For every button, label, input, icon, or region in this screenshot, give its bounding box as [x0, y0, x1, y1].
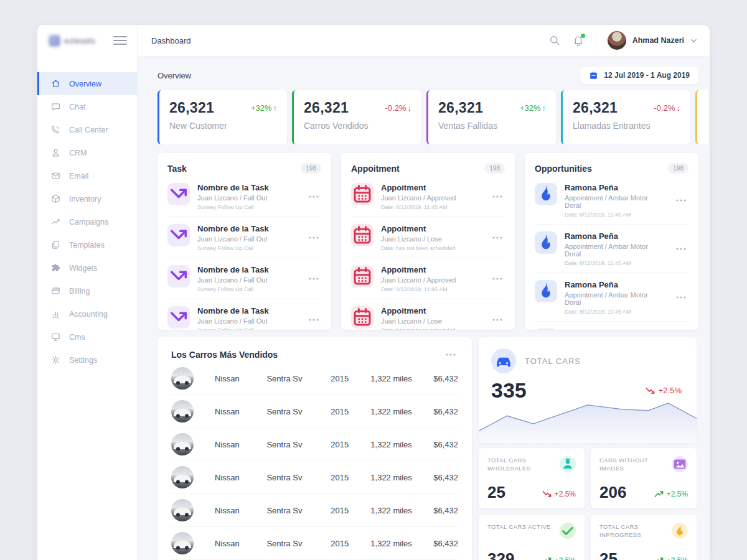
trend-icon — [50, 217, 61, 227]
sidebar-item-billing[interactable]: Billing — [37, 279, 137, 302]
more-options-button[interactable] — [306, 275, 321, 282]
menu-toggle-icon[interactable] — [113, 36, 127, 45]
mini-stat-card: TOTAL CARS INPROGRESS 25 +2.5% — [591, 515, 697, 560]
stat-trend: -0.2%↓ — [654, 103, 680, 113]
date-range-picker[interactable]: 12 Jul 2019 - 1 Aug 2019 — [580, 67, 698, 84]
mini-card-label: TOTAL CARS WHOLESALES — [487, 456, 558, 473]
more-options-button[interactable] — [490, 275, 505, 282]
sidebar-item-widgets[interactable]: Widgets — [37, 256, 137, 279]
car-model: Sentra Sv — [266, 539, 331, 548]
task-item: Nombre de la Task Juan Lizcano / Fall Ou… — [167, 217, 321, 258]
more-options-button[interactable] — [674, 245, 688, 253]
calendar-outline-icon — [351, 265, 374, 287]
sidebar-item-email[interactable]: Email — [37, 164, 137, 187]
car-mileage: 1,322 miles — [370, 374, 433, 383]
more-options-button[interactable] — [674, 197, 688, 204]
chevron-down-icon — [690, 37, 697, 44]
car-year: 2015 — [331, 506, 370, 515]
sidebar-item-crm[interactable]: CRM — [37, 141, 137, 164]
table-row: Nissan Sentra Sv 2015 1,322 miles $6,432 — [171, 493, 458, 526]
more-options-button[interactable] — [306, 316, 321, 324]
car-model: Sentra Sv — [266, 473, 331, 482]
car-photo — [171, 367, 194, 390]
car-price: $6,432 — [433, 374, 458, 383]
more-options-button[interactable] — [306, 234, 321, 241]
sidebar-header: ezleads — [37, 25, 137, 56]
main-area: Dashboard Ahmad Nazeri — [138, 25, 710, 560]
stat-card — [695, 90, 708, 144]
phone-icon — [50, 124, 61, 135]
sidebar: ezleads Overview Chat — [37, 25, 138, 560]
stat-value: 26,321 — [169, 100, 214, 116]
zigzag-down-icon — [542, 490, 552, 498]
sidebar-nav: Overview Chat Call Center CRM — [37, 72, 137, 371]
mail-icon — [50, 170, 61, 181]
car-mileage: 1,322 miles — [370, 539, 433, 548]
stat-card: 26,321 -0.2%↓ Carros Vendidos — [292, 90, 421, 144]
car-model: Sentra Sv — [266, 506, 331, 515]
sidebar-item-cms[interactable]: Cms — [37, 325, 137, 348]
stat-label: Carros Vendidos — [304, 121, 411, 131]
stat-label: Llamadas Entrantes — [573, 121, 680, 131]
more-options-button[interactable] — [490, 234, 505, 241]
user-menu[interactable]: Ahmad Nazeri — [608, 31, 697, 50]
total-cars-card: TOTAL CARS 335 +2.5% — [479, 337, 697, 443]
table-row: Nissan Sentra Sv 2015 1,322 miles $6,432 — [171, 460, 458, 493]
stat-card: 26,321 +32%↑ New Customer — [157, 90, 287, 144]
more-options-button[interactable] — [306, 193, 321, 200]
car-make: Nissan — [215, 440, 266, 449]
car-photo — [171, 499, 194, 521]
more-options-button[interactable] — [490, 193, 505, 200]
task-panel: Task 198 Nombre de la Task Juan Lizca — [157, 153, 331, 330]
stat-card: 26,321 -0.2%↓ Llamadas Entrantes — [561, 90, 690, 144]
mini-card-trend: +2.5% — [542, 556, 576, 560]
sidebar-item-templates[interactable]: Templates — [37, 233, 137, 256]
mini-card-value: 25 — [487, 484, 505, 500]
mini-stat-card: TOTAL CARS ACTIVE 329 +2.5% — [479, 515, 585, 560]
sidebar-item-overview[interactable]: Overview — [37, 72, 137, 95]
task-item: Nombre de la Task Juan Lizcano / Fall Ou… — [167, 299, 321, 330]
search-button[interactable] — [548, 34, 561, 47]
car-mileage: 1,322 miles — [370, 473, 433, 482]
stat-value: 26,321 — [304, 100, 349, 116]
car-mileage: 1,322 miles — [370, 407, 433, 416]
panel-title: Task — [167, 164, 187, 174]
car-make: Nissan — [215, 407, 266, 416]
panel-title: Opportunities — [535, 164, 592, 174]
topbar-divider — [596, 31, 596, 50]
task-item: Nombre de la Task Juan Lizcano / Fall Ou… — [167, 176, 321, 217]
car-year: 2015 — [331, 440, 370, 449]
car-photo — [171, 532, 194, 554]
car-make: Nissan — [215, 539, 266, 548]
notifications-button[interactable] — [572, 34, 585, 47]
more-options-button[interactable] — [674, 294, 688, 301]
more-options-button[interactable] — [443, 351, 458, 358]
total-cars-sparkline — [479, 398, 697, 443]
sidebar-item-call-center[interactable]: Call Center — [37, 118, 137, 141]
stat-trend: +32%↑ — [251, 103, 277, 113]
opportunity-item: Ramona Peña Appointment / Ambar Motor Do… — [535, 321, 688, 330]
car-photo — [171, 466, 194, 488]
sidebar-item-settings[interactable]: Settings — [37, 348, 137, 371]
sidebar-item-accounting[interactable]: Accounting — [37, 302, 137, 325]
top-selling-cars-card: Los Carros Más Vendidos Nissan Sentra Sv — [157, 337, 472, 560]
more-options-button[interactable] — [490, 316, 505, 324]
sidebar-item-inventory[interactable]: Inventory — [37, 187, 137, 210]
barchart-icon — [50, 309, 61, 319]
sidebar-item-campaigns[interactable]: Campaigns — [37, 210, 137, 233]
person-icon — [50, 147, 61, 158]
calendar-blue-icon — [589, 71, 598, 80]
search-icon — [548, 34, 561, 47]
topbar: Dashboard Ahmad Nazeri — [138, 25, 710, 57]
trend-arrow-icon: ↓ — [408, 103, 412, 113]
task-arrow-icon — [167, 265, 190, 287]
chat-icon — [50, 101, 61, 112]
billing-icon — [50, 286, 61, 296]
stat-trend: +32%↑ — [520, 103, 546, 113]
stat-cards-row: 26,321 +32%↑ New Customer 26,321 — [157, 90, 708, 144]
logo-text: ezleads — [64, 36, 95, 45]
sidebar-item-chat[interactable]: Chat — [37, 95, 137, 118]
car-year: 2015 — [331, 374, 370, 383]
flame-icon — [535, 231, 557, 254]
check-icon — [560, 523, 576, 539]
